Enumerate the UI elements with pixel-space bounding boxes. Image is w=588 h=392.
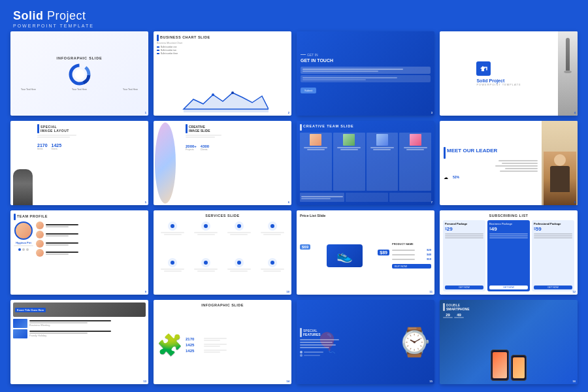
slide-get-in-touch[interactable]: GET IN GET IN TOUCH Submit 3 [297,31,434,116]
member-role-1 [307,149,325,150]
slide-7-number: 7 [431,201,433,204]
header-title: Solid Project [13,9,94,23]
service-icon-3 [235,221,244,231]
plan-1-price: 29 [447,226,453,232]
team-member-3 [367,133,399,191]
slide-8-title: MEET OUR LEADER [447,148,497,154]
slide-infographic[interactable]: INFOGRAPHIC SLIDE Your Text Here Your Te… [10,31,148,116]
member-text-3 [370,147,394,148]
slide-8-number: 8 [574,201,576,204]
service-sub-5 [164,270,182,272]
slide-6-line2: IMAGE SLIDE [189,129,210,133]
member-row-3 [36,240,145,248]
service-2 [190,220,222,255]
slide-2-number: 2 [288,111,289,114]
member-info-4 [46,252,145,255]
slide-6-number: 6 [288,201,289,204]
price-name-2 [392,254,415,255]
svg-point-7 [231,91,234,94]
phone-2-screen [513,357,525,378]
slide-10-number: 10 [287,290,289,293]
bar-chart [157,57,288,112]
slide-subscribing[interactable]: SUBSCRIBING LIST Personal Package $ 29 G… [440,210,578,295]
puzzle-stat-1: 2170 [186,337,227,341]
slide-creative-image[interactable]: CREATIVE IMAGE SLIDE 2000+ Projects 4300… [154,121,291,205]
plan-3-price: 59 [536,226,542,232]
member-info-3 [46,242,145,246]
slide-11-number: 11 [430,290,433,293]
plan-3-btn[interactable]: GET NOW [534,286,572,289]
service-icon-4 [268,221,277,231]
text-line-1 [498,160,538,161]
slide-special-image[interactable]: SPECIAL IMAGE LAYOUT 2170 Items 1425 Use… [10,121,148,205]
puzzle-stat-3: 1425 [186,349,227,353]
stat-2-num: 1425 [52,143,62,148]
team-member-2 [333,133,365,191]
plan-personal: Personal Package $ 29 GET NOW [443,220,485,291]
slide-creative-team[interactable]: CREATIVE TEAM SLIDE [297,121,434,205]
puzzle-num-3: 1425 [186,349,202,353]
profile-name: Hyginus Prit [16,241,31,244]
slide-special-features[interactable]: 🎈 SPECIAL FEATURES [297,300,434,384]
slide-cover[interactable]: Solid Project POWERPOINT TEMPLATE 4 [440,31,578,116]
slide-infographic-puzzle[interactable]: INFOGRAPHIC SLIDE 🧩 2170 1425 [154,300,291,384]
service-line-3 [227,232,251,233]
slide-team-profile[interactable]: TEAM PROFILE Hyginus Prit [10,210,148,295]
slide-5-line2: IMAGE LAYOUT [41,129,69,133]
blob-decoration [155,121,181,205]
plan-1-f3 [445,237,483,238]
puzzle-line-3a [204,350,227,351]
price-item-2: $49 [392,253,431,256]
slide-8-text [444,160,538,172]
plan-2-btn[interactable]: GET NOW [489,286,528,289]
slide-11-title: Price List Slide [300,214,431,218]
slide-price-list[interactable]: Price List Slide 👟 $69 $89 PRODUCT NAME … [297,210,434,295]
service-line-5 [161,269,184,270]
team-grid [300,133,431,191]
slide-services[interactable]: SERVICES SLIDE [154,210,291,295]
submit-btn[interactable]: Submit [301,88,316,93]
price-val-3: $19 [427,257,431,261]
slide-1-number: 1 [145,111,146,114]
header-subtitle: POWERPOINT TEMPLATE [13,24,94,28]
buy-button[interactable]: BUY NOW [392,264,431,269]
slide-8-left: MEET OUR LEADER ☁ 52% [440,121,542,205]
team-member-4 [399,133,431,191]
member-photo-1 [310,134,321,146]
feature-stats [300,351,397,357]
event-name-2: Family Holiday [29,334,146,337]
slide-5-content: SPECIAL IMAGE LAYOUT 2170 Items 1425 Use… [37,124,145,150]
price-name-3 [392,259,415,260]
service-4 [256,220,288,255]
event-tag: Event Title Goes Here [15,308,46,312]
event-title-2 [29,331,111,333]
service-sub-2 [197,234,215,235]
slide-16-line2: SMARTPHONE [446,307,470,311]
price-item-1: $29 [392,248,431,252]
member-role-row-3 [46,244,69,246]
slide-6-content: CREATIVE IMAGE SLIDE 2000+ Projects 4300… [186,124,288,151]
service-line-2 [194,232,218,233]
member-role-row-2 [46,235,69,237]
slide-event[interactable]: Event Title Goes Here Business Meeting F… [10,300,148,384]
profile-dots [18,248,29,251]
slide-3-pretitle: GET IN [301,53,318,57]
puzzle-line-1a [204,338,227,339]
services-grid [157,220,288,291]
slide-business-chart[interactable]: BUSINESS CHART SLIDE Business Mountain C… [154,31,291,116]
infographic-text-items: Your Text Here Your Text Here Your Text … [21,88,138,91]
svg-text:☁: ☁ [444,175,448,180]
stat-1-label: Items [37,148,48,150]
puzzle-num-2: 1425 [186,343,202,347]
slide-7-bottom-row [300,193,431,202]
slide-meet-leader[interactable]: MEET OUR LEADER ☁ 52% 8 [440,121,578,205]
svg-point-3 [74,69,85,80]
service-icon-6 [201,258,210,267]
slide-6-stats: 2000+ Projects 4300 Clients [186,144,288,151]
plan-1-btn[interactable]: GET NOW [445,286,483,289]
slide-2-title: BUSINESS CHART SLIDE [160,35,210,39]
slide-double-smartphone[interactable]: DOUBLE SMARTPHONE 29 49 16 [440,300,578,384]
slide-16-number: 16 [573,380,576,383]
person-silhouette [13,169,33,205]
feature-3 [300,344,336,346]
